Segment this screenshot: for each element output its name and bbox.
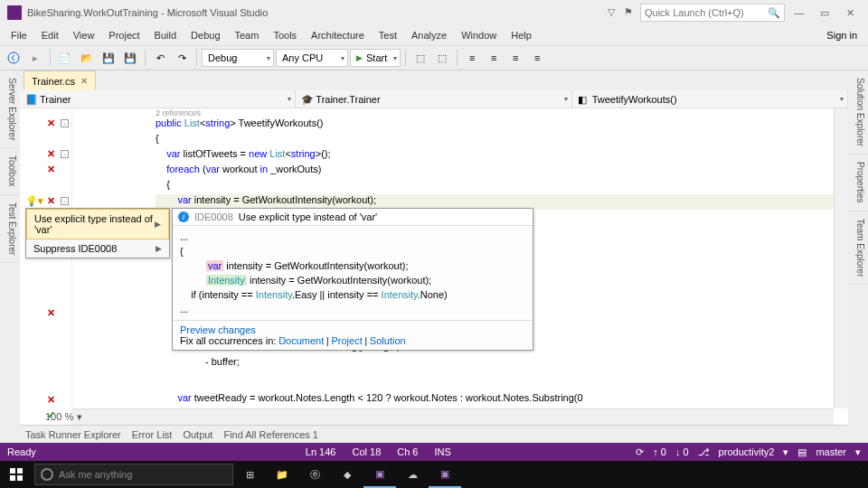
nav-back-button[interactable] <box>4 48 24 68</box>
menu-build[interactable]: Build <box>147 27 184 43</box>
quickfix-menu: Use explicit type instead of 'var'▶ Supp… <box>25 208 170 258</box>
vs-running-icon-2[interactable]: ▣ <box>429 461 461 488</box>
document-tab-well: Trainer.cs ✕ <box>20 70 848 90</box>
nav-method-drop[interactable]: ◧TweetifyWorkouts() <box>572 90 848 108</box>
close-icon[interactable]: ✕ <box>80 76 88 86</box>
tray-chevron-icon[interactable]: ˄ <box>857 469 863 481</box>
file-tab-trainer[interactable]: Trainer.cs ✕ <box>24 70 96 90</box>
properties-tab[interactable]: Properties <box>848 155 868 211</box>
quickfix-item-use-explicit[interactable]: Use explicit type instead of 'var'▶ <box>26 209 169 239</box>
upload-icon[interactable]: ↑ 0 <box>653 446 666 457</box>
menu-help[interactable]: Help <box>504 27 539 43</box>
right-tool-rail: Solution Explorer Properties Team Explor… <box>848 70 868 443</box>
fix-proj-link[interactable]: Project <box>331 335 362 346</box>
start-debug-button[interactable]: ▶Start <box>350 49 401 67</box>
tb-btn-4[interactable]: ≡ <box>484 48 504 68</box>
vertical-scrollbar[interactable] <box>834 108 848 408</box>
status-ln: Ln 146 <box>306 446 336 457</box>
svg-rect-3 <box>10 475 15 481</box>
undo-button[interactable]: ↶ <box>150 48 170 68</box>
system-tray[interactable]: ˄ <box>852 469 868 481</box>
quick-launch-input[interactable]: 🔍 <box>640 4 785 22</box>
sync-icon[interactable]: ⟳ <box>636 446 644 458</box>
app-icon[interactable]: ◆ <box>331 461 363 488</box>
preview-changes-link[interactable]: Preview changes <box>180 324 256 335</box>
file-tab-label: Trainer.cs <box>32 76 75 87</box>
diagnostic-id: IDE0008 <box>194 211 233 222</box>
tb-btn-5[interactable]: ≡ <box>505 48 525 68</box>
main-toolbar: ▸ 📄 📂 💾 💾 ↶ ↷ Debug Any CPU ▶Start ⬚ ⬚ ≡… <box>0 45 868 70</box>
windows-taskbar: Ask me anything ⊞ 📁 ⓔ ◆ ▣ ☁ ▣ ˄ <box>0 461 868 488</box>
redo-button[interactable]: ↷ <box>172 48 192 68</box>
branch-icon[interactable]: ⎇ <box>698 446 710 458</box>
team-explorer-tab[interactable]: Team Explorer <box>848 211 868 285</box>
vs-running-icon[interactable]: ▣ <box>363 461 396 488</box>
sign-in-link[interactable]: Sign in <box>819 27 864 43</box>
tb-btn-3[interactable]: ≡ <box>462 48 482 68</box>
cortana-search[interactable]: Ask me anything <box>34 464 233 485</box>
menu-tools[interactable]: Tools <box>266 27 304 43</box>
codelens-references[interactable]: 2 references <box>156 108 201 117</box>
app-icon-2[interactable]: ☁ <box>396 461 429 488</box>
tab-task-runner[interactable]: Task Runner Explorer <box>25 429 121 440</box>
save-all-button[interactable]: 💾 <box>120 48 140 68</box>
horizontal-scrollbar[interactable] <box>72 408 834 425</box>
code-editor[interactable]: -✕ -✕ ✕ -✕ 💡▾ ― ✕ ✕ ✓ 2 references publi… <box>20 108 848 425</box>
menu-architecture[interactable]: Architecture <box>304 27 372 43</box>
flag-icon[interactable]: ⚑ <box>624 6 637 19</box>
nav-class-drop[interactable]: 🎓Trainer.Trainer <box>296 90 571 108</box>
tb-btn-2[interactable]: ⬚ <box>432 48 452 68</box>
menu-test[interactable]: Test <box>372 27 404 43</box>
platform-combo[interactable]: Any CPU <box>276 49 348 67</box>
maximize-button[interactable]: ▭ <box>814 2 835 23</box>
open-file-button[interactable]: 📂 <box>77 48 97 68</box>
zoom-level[interactable]: 100 %▾ <box>40 408 88 425</box>
fix-doc-link[interactable]: Document <box>278 335 324 346</box>
solution-explorer-tab[interactable]: Solution Explorer <box>848 70 868 155</box>
quickfix-item-suppress[interactable]: Suppress IDE0008▶ <box>26 239 169 258</box>
close-button[interactable]: ✕ <box>839 2 861 23</box>
save-button[interactable]: 💾 <box>99 48 118 68</box>
nav-fwd-button[interactable]: ▸ <box>25 48 45 68</box>
menu-analyze[interactable]: Analyze <box>404 27 454 43</box>
chevron-down-icon: ▾ <box>77 411 82 423</box>
repo-target[interactable]: master <box>816 446 846 457</box>
task-view-icon[interactable]: ⊞ <box>233 461 266 488</box>
tab-output[interactable]: Output <box>183 429 212 440</box>
fix-sol-link[interactable]: Solution <box>370 335 406 346</box>
file-explorer-icon[interactable]: 📁 <box>266 461 298 488</box>
fold-icon[interactable]: - <box>61 150 69 158</box>
minimize-button[interactable]: ― <box>788 2 810 23</box>
menu-team[interactable]: Team <box>228 27 267 43</box>
csproj-icon: 📘 <box>25 94 36 105</box>
fold-icon[interactable]: - <box>61 119 69 127</box>
branch-name[interactable]: productivity2 <box>719 446 775 457</box>
menu-project[interactable]: Project <box>101 27 146 43</box>
config-combo[interactable]: Debug <box>202 49 274 67</box>
menu-view[interactable]: View <box>66 27 102 43</box>
tb-btn-6[interactable]: ≡ <box>527 48 547 68</box>
toolbox-tab[interactable]: Toolbox <box>0 148 20 194</box>
title-bar: BikeSharing.WorkOutTraining - Microsoft … <box>0 0 868 25</box>
lightbulb-icon[interactable]: 💡▾ <box>25 195 43 207</box>
download-icon[interactable]: ↓ 0 <box>675 446 689 457</box>
tab-find-refs[interactable]: Find All References 1 <box>223 429 318 440</box>
repo-icon[interactable]: ▤ <box>797 446 807 458</box>
tb-btn-1[interactable]: ⬚ <box>410 48 430 68</box>
edge-icon[interactable]: ⓔ <box>298 461 331 488</box>
nav-project-drop[interactable]: 📘Trainer <box>20 90 296 108</box>
tab-error-list[interactable]: Error List <box>132 429 173 440</box>
windows-start-button[interactable] <box>0 461 33 488</box>
menu-file[interactable]: File <box>4 27 34 43</box>
server-explorer-tab[interactable]: Server Explorer <box>0 70 20 148</box>
feedback-icon[interactable]: ▽ <box>608 6 620 19</box>
method-icon: ◧ <box>578 94 589 105</box>
quick-launch-field[interactable] <box>645 7 768 18</box>
menu-debug[interactable]: Debug <box>184 27 227 43</box>
new-project-button[interactable]: 📄 <box>55 48 75 68</box>
menu-edit[interactable]: Edit <box>34 27 66 43</box>
menu-window[interactable]: Window <box>454 27 504 43</box>
test-explorer-tab[interactable]: Test Explorer <box>0 195 20 263</box>
fix-all-label: Fix all occurrences in: <box>180 335 276 346</box>
error-icon: ✕ <box>47 164 55 175</box>
